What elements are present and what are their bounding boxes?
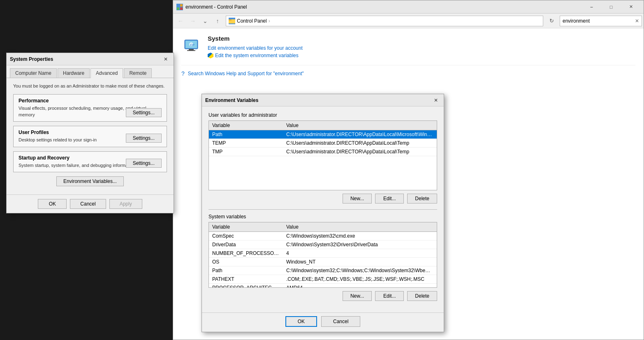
performance-section: Performance Visual effects, processor sc…	[13, 94, 167, 122]
control-panel-titlebar: environment - Control Panel ‒ □ ✕	[173, 0, 644, 14]
user-var-name: TEMP	[209, 139, 283, 148]
env-ok-button[interactable]: OK	[285, 316, 317, 327]
sys-var-row[interactable]: ComSpec C:\Windows\system32\cmd.exe	[209, 232, 437, 241]
env-vars-dialog: Environment Variables ✕ User variables f…	[202, 94, 444, 332]
cancel-button[interactable]: Cancel	[70, 199, 106, 209]
sys-var-row[interactable]: Path C:\Windows\system32;C:\Windows;C:\W…	[209, 266, 437, 275]
address-crumb: Control Panel	[237, 18, 267, 24]
sys-var-name: ComSpec	[209, 232, 283, 241]
env-vars-button[interactable]: Environment Variables...	[56, 176, 124, 186]
minimize-button[interactable]: ‒	[582, 0, 601, 14]
env-vars-account-link[interactable]: Edit environment variables for your acco…	[208, 45, 303, 51]
sys-var-row[interactable]: OS Windows_NT	[209, 258, 437, 266]
address-folder-icon	[229, 18, 235, 24]
control-panel-icon	[176, 4, 183, 10]
help-link-text: Search Windows Help and Support for "env…	[188, 71, 304, 76]
user-profiles-settings-btn[interactable]: Settings...	[126, 134, 162, 143]
help-link[interactable]: ? Search Windows Help and Support for "e…	[181, 70, 635, 77]
system-title: System	[208, 35, 303, 42]
forward-button[interactable]: →	[187, 15, 199, 27]
up-button[interactable]: ↑	[212, 15, 223, 27]
sys-var-row[interactable]: DriverData C:\Windows\System32\Drivers\D…	[209, 241, 437, 249]
env-dialog-content: User variables for administrator Variabl…	[202, 106, 444, 312]
user-new-button[interactable]: New...	[343, 194, 372, 204]
user-var-name: TMP	[209, 148, 283, 156]
system-props-titlebar: System Properties ✕	[7, 53, 174, 65]
sys-var-row[interactable]: PATHEXT .COM;.EXE;.BAT;.CMD;.VBS;.VBE;.J…	[209, 275, 437, 284]
user-var-row[interactable]: TEMP C:\Users\administrator.DIRECTOR\App…	[209, 139, 437, 148]
apply-button[interactable]: Apply	[109, 199, 142, 209]
tab-hardware[interactable]: Hardware	[58, 68, 90, 78]
tab-advanced[interactable]: Advanced	[90, 68, 123, 78]
refresh-button[interactable]: ↻	[546, 15, 557, 27]
maximize-button[interactable]: □	[602, 0, 621, 14]
sys-val-col-header: Value	[283, 222, 437, 232]
performance-settings-btn[interactable]: Settings...	[126, 108, 162, 117]
system-section: CP System Edit environment variables for…	[181, 35, 635, 65]
sys-new-button[interactable]: New...	[343, 291, 372, 301]
sys-var-row[interactable]: PROCESSOR_ARCHITECTURE AMD64	[209, 284, 437, 288]
sys-var-row[interactable]: NUMBER_OF_PROCESSORS 4	[209, 249, 437, 258]
svg-rect-0	[177, 4, 179, 7]
var-col-header: Variable	[209, 121, 283, 130]
titlebar-controls: ‒ □ ✕	[582, 0, 640, 14]
ok-button[interactable]: OK	[38, 199, 67, 209]
sys-var-value: 4	[283, 249, 437, 258]
svg-rect-3	[180, 7, 183, 10]
user-var-row[interactable]: Path C:\Users\administrator.DIRECTOR\App…	[209, 130, 437, 139]
env-vars-titlebar: Environment Variables ✕	[202, 94, 444, 106]
startup-recovery-settings-btn[interactable]: Settings...	[126, 159, 162, 168]
env-vars-system-link[interactable]: Edit the system environment variables	[208, 53, 303, 58]
system-links: System Edit environment variables for yo…	[208, 35, 303, 58]
env-vars-title: Environment Variables	[205, 97, 431, 103]
system-props-content: You must be logged on as an Administrato…	[7, 78, 174, 194]
tab-remote[interactable]: Remote	[124, 68, 152, 78]
address-separator: ›	[269, 18, 270, 24]
sys-var-name: Path	[209, 266, 283, 275]
sys-delete-button[interactable]: Delete	[407, 291, 437, 301]
user-vars-table-container: Variable Value Path C:\Users\administrat…	[208, 120, 437, 190]
user-var-row[interactable]: TMP C:\Users\administrator.DIRECTOR\AppD…	[209, 148, 437, 156]
user-profiles-section: User Profiles Desktop settings related t…	[13, 126, 167, 147]
tab-computer-name[interactable]: Computer Name	[10, 68, 57, 78]
env-cancel-button[interactable]: Cancel	[321, 316, 360, 327]
navigation-bar: ← → ⌄ ↑ Control Panel › ↻ ✕	[173, 14, 644, 28]
user-var-value: C:\Users\administrator.DIRECTOR\AppData\…	[283, 148, 437, 156]
system-icon: CP	[181, 35, 201, 55]
sys-var-name: OS	[209, 258, 283, 266]
sys-var-value: Windows_NT	[283, 258, 437, 266]
sys-var-value: C:\Windows\system32;C:\Windows;C:\Window…	[283, 266, 437, 275]
sys-var-name: DriverData	[209, 241, 283, 249]
control-panel-title: environment - Control Panel	[185, 4, 582, 10]
sys-var-name: NUMBER_OF_PROCESSORS	[209, 249, 283, 258]
sys-var-name: PATHEXT	[209, 275, 283, 284]
env-vars-close[interactable]: ✕	[431, 96, 440, 105]
sys-var-value: C:\Windows\System32\Drivers\DriverData	[283, 241, 437, 249]
sys-var-name: PROCESSOR_ARCHITECTURE	[209, 284, 283, 288]
tabs-bar: Computer Name Hardware Advanced Remote	[7, 65, 174, 78]
sys-vars-table: Variable Value ComSpec C:\Windows\system…	[209, 222, 437, 288]
search-input[interactable]	[563, 18, 635, 24]
close-button[interactable]: ✕	[621, 0, 640, 14]
admin-notice: You must be logged on as an Administrato…	[13, 83, 167, 89]
user-vars-buttons: New... Edit... Delete	[208, 194, 437, 204]
svg-rect-5	[229, 19, 232, 21]
back-button[interactable]: ←	[175, 15, 186, 27]
search-box[interactable]: ✕	[560, 16, 642, 26]
performance-title: Performance	[19, 98, 162, 104]
system-props-close[interactable]: ✕	[161, 55, 170, 64]
sys-var-value: AMD64	[283, 284, 437, 288]
user-vars-title: User variables for administrator	[208, 112, 437, 118]
user-delete-button[interactable]: Delete	[407, 194, 437, 204]
system-link2-text: Edit the system environment variables	[215, 53, 299, 58]
system-props-footer: OK Cancel Apply	[7, 194, 174, 213]
dropdown-button[interactable]: ⌄	[199, 15, 211, 27]
sys-vars-container: Variable Value ComSpec C:\Windows\system…	[208, 222, 437, 288]
user-var-name: Path	[209, 130, 283, 139]
sys-var-col-header: Variable	[209, 222, 283, 232]
address-bar[interactable]: Control Panel ›	[226, 16, 543, 26]
val-col-header: Value	[283, 121, 437, 130]
search-clear-icon[interactable]: ✕	[635, 18, 639, 24]
sys-edit-button[interactable]: Edit...	[375, 291, 404, 301]
user-edit-button[interactable]: Edit...	[375, 194, 404, 204]
